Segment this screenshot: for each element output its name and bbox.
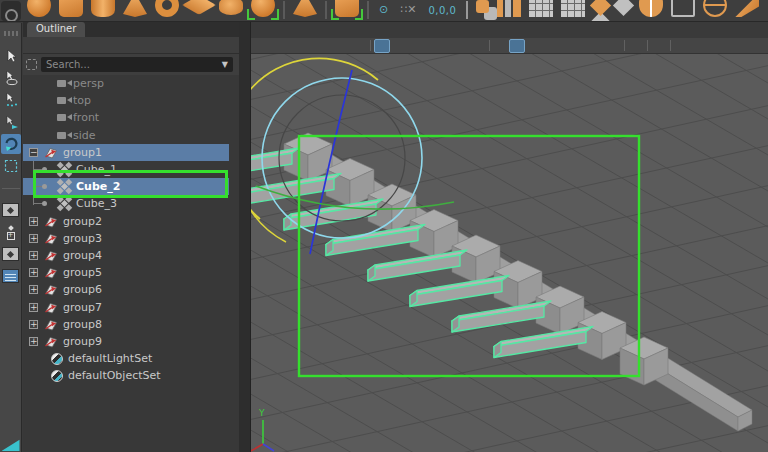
- viewport-icon-bar: [251, 38, 768, 54]
- outliner-row-side[interactable]: side: [23, 127, 229, 144]
- shelf-icon-combine[interactable]: [476, 0, 489, 13]
- shelf-icon-reduce-mesh[interactable]: [561, 0, 585, 17]
- symmetry-icon[interactable]: ⊙: [379, 3, 388, 16]
- shelf-icon-poly-cylinder[interactable]: [91, 0, 115, 17]
- outliner-row-default-object-set[interactable]: defaultObjectSet: [23, 367, 229, 384]
- outliner-row-group8[interactable]: + group8: [23, 316, 229, 333]
- tool-modeling-toolkit-badge[interactable]: [1, 431, 21, 451]
- outliner-tab[interactable]: Outliner: [27, 22, 85, 37]
- tool-select-tool[interactable]: [1, 46, 21, 66]
- shelf-icon-poly-torus[interactable]: [155, 0, 179, 17]
- shelf-icon-separate[interactable]: [613, 0, 634, 16]
- viewport-icon-viewbar-separator[interactable]: [624, 40, 625, 51]
- cube-staircase[interactable]: [284, 133, 752, 431]
- expand-toggle[interactable]: +: [29, 234, 38, 243]
- outliner-row-persp[interactable]: persp: [23, 75, 229, 92]
- expand-toggle[interactable]: +: [29, 320, 38, 329]
- node-label: group7: [63, 301, 102, 314]
- tool-layout-persp-button[interactable]: [1, 244, 21, 264]
- app-menu-icon[interactable]: [1, 1, 21, 21]
- transform-icon: [44, 301, 58, 314]
- snap-off-icon[interactable]: ∷✕: [400, 3, 416, 16]
- shelf-icon-shelf-separator[interactable]: [325, 1, 327, 19]
- shelf-icon-multi-cut[interactable]: [735, 0, 759, 17]
- tool-layout-outliner-persp-button[interactable]: [1, 266, 21, 286]
- mesh-icon: [61, 200, 68, 207]
- expand-toggle[interactable]: +: [29, 251, 38, 260]
- shelf-icon-shelf-separator[interactable]: [283, 1, 285, 19]
- tool-paint-select-tool[interactable]: [1, 90, 21, 110]
- node-label: group1: [63, 146, 102, 159]
- viewport-icon-viewbar-separator[interactable]: [647, 40, 648, 51]
- tree-connector-dot: [42, 201, 47, 206]
- shelf-icon-poly-disc[interactable]: [219, 0, 243, 15]
- tool-lasso-tool[interactable]: [1, 68, 21, 88]
- collapse-toggle[interactable]: −: [29, 148, 38, 157]
- node-label: Cube_3: [76, 197, 117, 210]
- node-label: front: [73, 111, 99, 124]
- shelf-icon-poly-plane[interactable]: [182, 0, 216, 15]
- expand-toggle[interactable]: +: [29, 285, 38, 294]
- tool-box: +: [0, 23, 22, 452]
- viewport-icon-viewbar-separator[interactable]: [670, 40, 671, 51]
- shelf-icon-poly-pyramid[interactable]: [335, 0, 359, 17]
- outliner-search-row: Search... ▼: [23, 54, 239, 75]
- outliner-tab-bar: Outliner: [23, 22, 239, 37]
- shelf-icon-quad-draw[interactable]: [671, 0, 695, 17]
- outliner-row-group2[interactable]: + group2: [23, 213, 229, 230]
- tool-toolbox-separator[interactable]: [1, 178, 21, 198]
- set-icon: [51, 370, 63, 382]
- node-label: side: [73, 129, 96, 142]
- outliner-row-group9[interactable]: + group9: [23, 333, 229, 350]
- expand-toggle[interactable]: +: [29, 337, 38, 346]
- shelf-icon-poly-sphere-alt[interactable]: [251, 0, 275, 17]
- tool-scale-tool[interactable]: [1, 156, 21, 176]
- outliner-row-group6[interactable]: + group6: [23, 281, 229, 298]
- node-label: group5: [63, 266, 102, 279]
- shelf-icon-shelf-separator[interactable]: [367, 1, 369, 19]
- shelf-icon-poly-wedge[interactable]: [293, 0, 317, 17]
- chevron-down-icon[interactable]: ▼: [222, 60, 228, 69]
- shelf-left-icons: [23, 0, 373, 19]
- outliner-row-front[interactable]: front: [23, 109, 229, 126]
- search-input[interactable]: Search... ▼: [41, 57, 233, 72]
- shelf-bar: ⊙ ∷✕ 0,0,0: [0, 0, 768, 22]
- viewport-icon-viewbar-separator[interactable]: [489, 40, 490, 51]
- shelf-icon-smooth-mesh[interactable]: [529, 0, 553, 17]
- viewport-icon-shaded-display[interactable]: [509, 39, 525, 53]
- expand-toggle[interactable]: +: [29, 303, 38, 312]
- outliner-row-default-light-set[interactable]: defaultLightSet: [23, 350, 229, 367]
- shelf-icon-split[interactable]: [639, 0, 663, 17]
- shelf-icon-mirror[interactable]: [590, 0, 611, 16]
- outliner-row-group4[interactable]: + group4: [23, 247, 229, 264]
- shelf-icon-poly-sphere[interactable]: [27, 0, 51, 17]
- node-label: group6: [63, 283, 102, 296]
- outliner-row-group7[interactable]: + group7: [23, 298, 229, 315]
- outliner-row-top[interactable]: top: [23, 92, 229, 109]
- outliner-row-group3[interactable]: + group3: [23, 230, 229, 247]
- tool-move-tool[interactable]: [1, 112, 21, 132]
- expand-toggle[interactable]: +: [29, 217, 38, 226]
- shelf-icon-sculpt[interactable]: [703, 0, 727, 17]
- outliner-row-group1[interactable]: − group1: [23, 144, 229, 161]
- shelf-icon-poly-cone[interactable]: [123, 0, 147, 17]
- shelf-separator: [466, 1, 468, 19]
- expand-toggle[interactable]: +: [29, 268, 38, 277]
- viewport-icon-grid-toggle[interactable]: [374, 39, 390, 53]
- transform-icon: [44, 266, 58, 279]
- viewport-canvas[interactable]: Y: [251, 54, 768, 452]
- filter-icon[interactable]: [26, 59, 37, 70]
- shelf-icon-booleans[interactable]: [497, 0, 521, 17]
- tool-layout-four-pane-button[interactable]: +: [1, 222, 21, 242]
- node-label: top: [73, 94, 91, 107]
- outliner-row-group5[interactable]: + group5: [23, 264, 229, 281]
- tool-toolbox-grip[interactable]: [1, 24, 21, 44]
- selected-wireframe-beams[interactable]: [251, 148, 593, 358]
- set-icon: [51, 353, 63, 365]
- outliner-menu-bar: [23, 37, 239, 54]
- shelf-icon-poly-cube[interactable]: [59, 0, 83, 17]
- transform-icon: [44, 215, 58, 228]
- tool-layout-single-pane-button[interactable]: [1, 200, 21, 220]
- tool-rotate-tool[interactable]: [1, 134, 21, 154]
- viewport-icon-viewbar-separator[interactable]: [370, 40, 371, 51]
